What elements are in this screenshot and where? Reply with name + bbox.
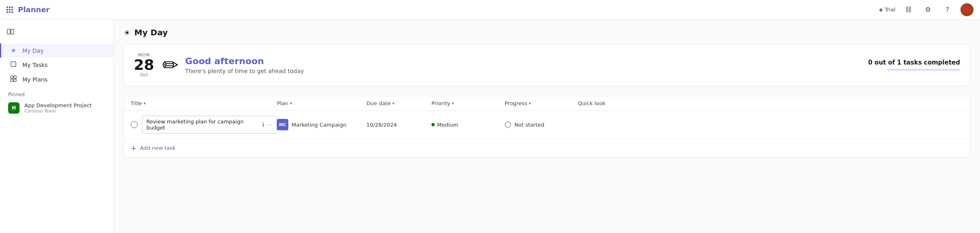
col-header-priority[interactable]: Priority ▾: [431, 100, 505, 106]
add-task-label: Add new task: [140, 145, 176, 151]
date-month: Oct: [140, 72, 148, 78]
task-checkbox[interactable]: [131, 121, 138, 128]
svg-rect-4: [14, 76, 16, 78]
info-icon[interactable]: ℹ: [262, 121, 264, 128]
priority-cell: Medium: [431, 122, 505, 128]
progress-text: Not started: [514, 122, 544, 128]
svg-rect-6: [14, 79, 16, 82]
app-grid-icon[interactable]: [7, 6, 13, 13]
help-button[interactable]: ?: [941, 3, 954, 16]
help-icon: ?: [946, 6, 950, 13]
gear-icon: ⚙: [925, 6, 931, 13]
welcome-card: MON 28 Oct ✏️ Good afternoon There's ple…: [124, 44, 970, 86]
progress-circle-icon: [505, 121, 511, 128]
sun-icon: ☀: [9, 47, 17, 54]
svg-rect-5: [11, 79, 13, 82]
chevron-down-icon: ▾: [144, 101, 146, 106]
pinned-item-info: App Development Project Contoso Team: [24, 102, 92, 114]
app-title: Planner: [18, 5, 50, 14]
progress-bar-track: [887, 69, 960, 71]
main-content: ☀ My Day MON 28 Oct ✏️ Good afternoon Th…: [114, 19, 980, 233]
settings-button[interactable]: ⚙: [921, 3, 934, 16]
top-bar: Planner ◈ Trial ⛓ ⚙ ?: [0, 0, 980, 19]
trial-badge[interactable]: ◈ Trial: [879, 6, 895, 13]
task-table: Title ▾ Plan ▾ Due date ▾ Priority ▾ Pro…: [124, 96, 970, 157]
pinned-item-icon: H: [8, 102, 20, 114]
page-title: My Day: [134, 28, 168, 37]
sidebar-item-my-day[interactable]: ☀ My Day: [0, 43, 113, 58]
plan-badge: MC: [277, 119, 288, 130]
col-header-progress[interactable]: Progress ▾: [505, 100, 578, 106]
sidebar-item-my-tasks[interactable]: My Tasks: [0, 58, 113, 72]
priority-text: Medium: [437, 122, 458, 128]
tasks-completed-section: 0 out of 1 tasks completed: [868, 59, 960, 71]
page-title-icon: ☀: [124, 28, 130, 37]
pencil-emoji: ✏️: [162, 54, 179, 76]
svg-rect-1: [11, 29, 14, 34]
trial-label: Trial: [884, 6, 895, 13]
chevron-down-icon: ▾: [452, 101, 454, 106]
plan-name: Marketing Campaign: [292, 122, 346, 128]
progress-cell: Not started: [505, 121, 578, 128]
plans-icon: [9, 76, 17, 84]
sidebar-item-label: My Plans: [22, 76, 48, 83]
svg-rect-3: [11, 76, 13, 78]
chevron-down-icon: ▾: [392, 101, 394, 106]
tasks-icon: [9, 61, 17, 69]
add-task-row[interactable]: + Add new task: [124, 139, 970, 157]
due-date-cell: 10/28/2024: [366, 122, 431, 128]
sidebar-toggle-button[interactable]: [0, 24, 113, 40]
svg-rect-0: [7, 29, 10, 34]
page-header: ☀ My Day: [124, 28, 970, 37]
more-options-icon[interactable]: ⋯: [267, 121, 272, 128]
chevron-down-icon: ▾: [529, 101, 531, 106]
plus-icon: +: [131, 144, 137, 152]
pinned-item-name: App Development Project: [24, 102, 92, 108]
pinned-item-app-dev[interactable]: H App Development Project Contoso Team: [0, 99, 113, 117]
pinned-section-label: Pinned: [0, 87, 113, 99]
task-title-text: Review marketing plan for campaign budge…: [146, 119, 259, 131]
sidebar-item-label: My Tasks: [22, 62, 48, 68]
task-title-box[interactable]: Review marketing plan for campaign budge…: [142, 116, 277, 134]
share-button[interactable]: ⛓: [902, 3, 915, 16]
sidebar: ☀ My Day My Tasks My Plans Pinned H App …: [0, 19, 114, 233]
date-day-number: 28: [134, 58, 154, 72]
pinned-item-team: Contoso Team: [24, 108, 92, 114]
col-header-title[interactable]: Title ▾: [131, 100, 277, 106]
sidebar-item-my-plans[interactable]: My Plans: [0, 72, 113, 87]
greeting-subtitle: There's plenty of time to get ahead toda…: [185, 68, 868, 74]
share-icon: ⛓: [905, 6, 912, 13]
top-bar-left: Planner: [7, 5, 50, 14]
svg-rect-2: [11, 62, 16, 67]
date-block: MON 28 Oct: [134, 52, 154, 78]
plan-cell: MC Marketing Campaign: [277, 119, 366, 130]
col-header-plan[interactable]: Plan ▾: [277, 100, 366, 106]
col-header-quick-look: Quick look: [578, 100, 635, 106]
task-action-icons: ℹ ⋯: [262, 121, 272, 128]
diamond-icon: ◈: [879, 6, 883, 13]
col-header-due-date[interactable]: Due date ▾: [366, 100, 431, 106]
top-bar-right: ◈ Trial ⛓ ⚙ ?: [879, 3, 973, 16]
task-table-header: Title ▾ Plan ▾ Due date ▾ Priority ▾ Pro…: [124, 96, 970, 111]
greeting-title: Good afternoon: [185, 56, 868, 66]
table-row: Review marketing plan for campaign budge…: [124, 111, 970, 139]
greeting-section: Good afternoon There's plenty of time to…: [185, 56, 868, 74]
tasks-count-text: 0 out of 1 tasks completed: [868, 59, 960, 66]
priority-dot: [431, 123, 435, 126]
task-title-cell: Review marketing plan for campaign budge…: [131, 116, 277, 134]
chevron-down-icon: ▾: [290, 101, 292, 106]
avatar[interactable]: [960, 3, 973, 16]
sidebar-item-label: My Day: [22, 47, 44, 54]
